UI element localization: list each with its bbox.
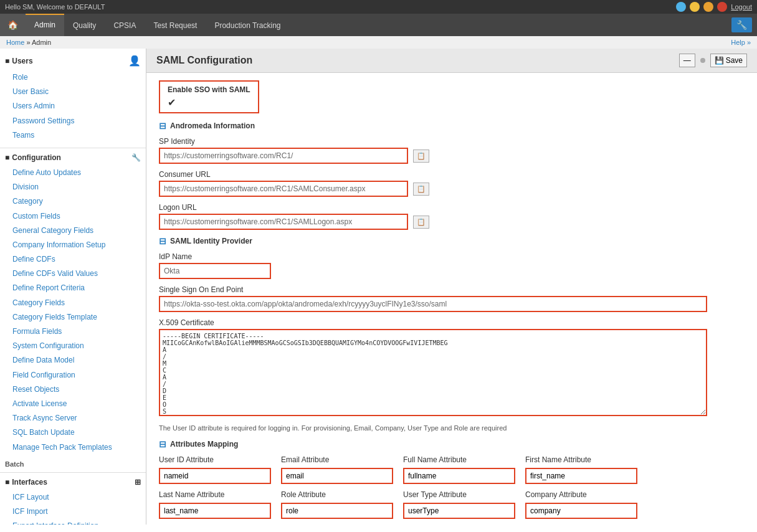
idp-name-input[interactable] (159, 263, 271, 279)
save-button[interactable]: 💾 Save (710, 54, 747, 67)
firstname-input[interactable] (525, 468, 637, 484)
company-input[interactable] (525, 503, 637, 519)
tab-quality[interactable]: Quality (64, 14, 105, 36)
cert-textarea[interactable]: -----BEGIN CERTIFICATE----- MIICoGCAnKof… (159, 329, 707, 416)
sidebar-item-define-auto-updates[interactable]: Define Auto Updates (10, 166, 146, 180)
sidebar-item-teams[interactable]: Teams (10, 128, 146, 143)
sso-endpoint-group: Single Sign On End Point (159, 285, 745, 312)
page-title: SAML Configuration (156, 55, 674, 66)
company-field: Company Attribute (525, 490, 637, 519)
attributes-row-1: User ID Attribute Email Attribute Full N… (159, 455, 745, 484)
sidebar-item-define-cdfs[interactable]: Define CDFs (10, 252, 146, 267)
sidebar-item-category[interactable]: Category (10, 194, 146, 209)
consumer-url-input[interactable] (159, 181, 408, 197)
attributes-minus-icon: ⊟ (159, 439, 166, 449)
tab-cpsia[interactable]: CPSIA (105, 14, 145, 36)
logon-url-group: Logon URL 📋 (159, 203, 745, 230)
breadcrumb-current: Admin (32, 39, 51, 46)
collapse-button[interactable]: — (679, 54, 695, 67)
sidebar-item-field-config[interactable]: Field Configuration (10, 368, 146, 382)
idp-name-label: IdP Name (159, 252, 745, 261)
userid-input[interactable] (159, 468, 271, 484)
sidebar-item-sql-batch[interactable]: SQL Batch Update (10, 425, 146, 440)
sso-label: Enable SSO with SAML (168, 85, 250, 94)
window-btn-blue[interactable] (676, 2, 686, 12)
sso-endpoint-input[interactable] (159, 296, 707, 312)
users-collapse-icon: ■ (5, 57, 9, 65)
sidebar-item-define-cdfs-valid[interactable]: Define CDFs Valid Values (10, 267, 146, 281)
idp-name-group: IdP Name (159, 252, 745, 279)
form-content: Enable SSO with SAML ✔ ⊟ Andromeda Infor… (146, 73, 757, 525)
lastname-input[interactable] (159, 503, 271, 519)
sidebar-item-track-async[interactable]: Track Async Server (10, 411, 146, 425)
nav-bar: 🏠 Admin Quality CPSIA Test Request Produ… (0, 14, 757, 36)
breadcrumb-home[interactable]: Home (6, 39, 24, 46)
logout-button[interactable]: Logout (731, 3, 752, 11)
home-button[interactable]: 🏠 (0, 14, 26, 36)
usertype-input[interactable] (403, 503, 515, 519)
andromeda-section-label: Andromeda Information (170, 121, 255, 130)
tab-admin[interactable]: Admin (26, 14, 64, 36)
sidebar-item-custom-fields[interactable]: Custom Fields (10, 209, 146, 224)
sidebar-item-user-basic[interactable]: User Basic (10, 85, 146, 99)
sidebar-item-icf-layout[interactable]: ICF Layout (10, 490, 146, 505)
saml-section-label: SAML Identity Provider (170, 237, 252, 245)
sp-identity-group: SP Identity 📋 (159, 137, 745, 164)
lastname-field: Last Name Attribute (159, 490, 271, 519)
email-input[interactable] (281, 468, 393, 484)
users-section-label: Users (12, 57, 32, 65)
role-input[interactable] (281, 503, 393, 519)
window-btn-yellow[interactable] (690, 2, 700, 12)
sidebar-item-general-category-fields[interactable]: General Category Fields (10, 224, 146, 238)
userid-label: User ID Attribute (159, 455, 271, 464)
fullname-input[interactable] (403, 468, 515, 484)
sidebar-item-category-fields[interactable]: Category Fields (10, 296, 146, 310)
sidebar-item-define-report[interactable]: Define Report Criteria (10, 281, 146, 295)
consumer-url-copy-button[interactable]: 📋 (413, 183, 429, 196)
sidebar-item-icf-import[interactable]: ICF Import (10, 505, 146, 519)
window-btn-orange[interactable] (703, 2, 713, 12)
email-field: Email Attribute (281, 455, 393, 484)
sp-identity-input[interactable] (159, 148, 408, 164)
sso-checkbox[interactable]: ✔ (168, 97, 250, 108)
sidebar-item-manage-tech-pack[interactable]: Manage Tech Pack Templates (10, 440, 146, 455)
sidebar-item-export-interface[interactable]: Export Interface Definition (10, 519, 146, 525)
interfaces-grid-icon: ⊞ (135, 478, 141, 487)
sidebar-item-reset-objects[interactable]: Reset Objects (10, 382, 146, 397)
email-label: Email Attribute (281, 455, 393, 464)
tab-production-tracking[interactable]: Production Tracking (206, 14, 289, 36)
tab-test-request[interactable]: Test Request (145, 14, 206, 36)
attributes-section-header: ⊟ Attributes Mapping (159, 439, 745, 449)
config-collapse-icon: ■ (5, 153, 9, 162)
sidebar-item-define-data-model[interactable]: Define Data Model (10, 353, 146, 368)
sidebar-item-users-admin[interactable]: Users Admin (10, 99, 146, 113)
sidebar-item-role[interactable]: Role (10, 70, 146, 85)
interfaces-links: ICF Layout ICF Import Export Interface D… (0, 489, 146, 525)
andromeda-minus-icon: ⊟ (159, 121, 166, 131)
sidebar-item-formula-fields[interactable]: Formula Fields (10, 325, 146, 339)
logon-url-copy-button[interactable]: 📋 (413, 216, 429, 229)
interfaces-collapse-icon: ■ (5, 478, 9, 487)
cert-group: X.509 Certificate -----BEGIN CERTIFICATE… (159, 318, 745, 418)
firstname-field: First Name Attribute (525, 455, 637, 484)
sidebar-item-company-info[interactable]: Company Information Setup (10, 238, 146, 252)
sidebar-item-category-fields-template[interactable]: Category Fields Template (10, 310, 146, 325)
window-btn-red[interactable] (717, 2, 727, 12)
help-link[interactable]: Help » (731, 39, 751, 46)
company-label: Company Attribute (525, 490, 637, 499)
wrench-button[interactable]: 🔧 (731, 17, 752, 32)
sidebar-item-password-settings[interactable]: Password Settings (10, 114, 146, 128)
logon-url-input[interactable] (159, 214, 408, 230)
logon-url-label: Logon URL (159, 203, 745, 212)
sp-identity-copy-button[interactable]: 📋 (413, 150, 429, 163)
role-field: Role Attribute (281, 490, 393, 519)
sidebar-item-activate-license[interactable]: Activate License (10, 397, 146, 411)
sidebar-item-system-config[interactable]: System Configuration (10, 339, 146, 353)
userid-field: User ID Attribute (159, 455, 271, 484)
page-header: SAML Configuration — 💾 Save (146, 49, 757, 73)
sidebar: ■ Users 👤 Role User Basic Users Admin Pa… (0, 49, 146, 525)
sso-endpoint-label: Single Sign On End Point (159, 285, 745, 294)
main-layout: ■ Users 👤 Role User Basic Users Admin Pa… (0, 49, 757, 525)
config-wrench-icon: 🔧 (131, 153, 141, 162)
sidebar-item-division[interactable]: Division (10, 180, 146, 194)
